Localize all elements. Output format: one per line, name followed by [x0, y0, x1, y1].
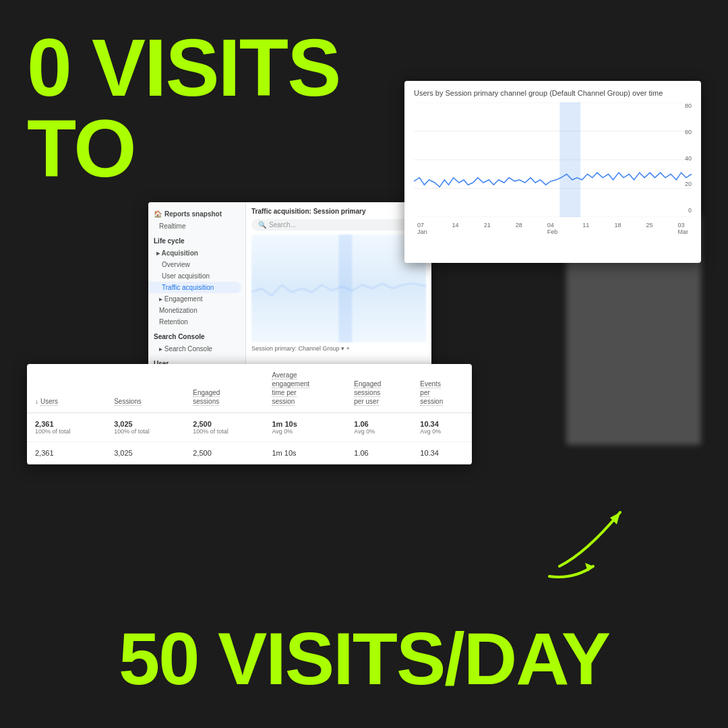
- channel-group-label: Session primary: Channel Group ▾ +: [251, 345, 426, 352]
- ga-main-content: Traffic acquisition: Session primary 🔍 S…: [246, 202, 431, 377]
- arrow-svg: [546, 499, 640, 580]
- line-chart-svg: [414, 102, 692, 217]
- svg-rect-5: [559, 102, 580, 217]
- ga-sidebar-traffic-acquisition[interactable]: Traffic acquisition: [148, 282, 241, 293]
- row1-users: 2,361: [27, 442, 106, 464]
- stats-data-row: 2,361 3,025 2,500 1m 10s 1.06 10.34: [27, 442, 472, 464]
- ga-search-bar[interactable]: 🔍 Search...: [251, 219, 426, 231]
- svg-rect-6: [339, 235, 353, 342]
- ga-main-title: Traffic acquisition: Session primary: [251, 208, 426, 215]
- headline-line1: 0 VISITS: [27, 27, 340, 108]
- col-engaged-header: Engagedsessions: [185, 364, 264, 413]
- headline-top: 0 VISITS TO: [27, 27, 340, 189]
- ga-sidebar-acquisition[interactable]: ▸ Acquisition: [148, 247, 245, 259]
- ga-sidebar-engagement[interactable]: ▸ Engagement: [148, 293, 245, 305]
- ga-panel: 🏠 Reports snapshot Realtime Life cycle ▸…: [148, 202, 431, 377]
- ga-sidebar-user-acquisition[interactable]: User acquisition: [148, 270, 245, 282]
- chart-area: 80 60 40 20 0: [414, 102, 692, 237]
- total-engaged: 2,500 100% of total: [185, 413, 264, 442]
- page-container: 0 VISITS TO Users by Session primary cha…: [0, 0, 728, 728]
- total-users: 2,361 100% of total: [27, 413, 106, 442]
- arrow-annotation: [546, 499, 640, 580]
- total-engaged-per-user: 1.06 Avg 0%: [346, 413, 412, 442]
- col-events-per-session-header: Eventspersession: [412, 364, 472, 413]
- row1-engaged: 2,500: [185, 442, 264, 464]
- col-avg-engagement-header: Averageengagementtime persession: [264, 364, 346, 413]
- ga-sidebar-retention[interactable]: Retention: [148, 316, 245, 328]
- chart-title: Users by Session primary channel group (…: [414, 89, 692, 97]
- headline-bottom: 50 VISITS/DAY: [0, 615, 728, 701]
- x-axis-labels: 07Jan 14 21 28 04Feb 11 18 25 03Mar: [414, 222, 692, 235]
- col-sessions-header: Sessions: [106, 364, 185, 413]
- ga-traffic-chart: [251, 235, 426, 342]
- headline-line2: TO: [27, 108, 340, 189]
- total-avg-time: 1m 10s Avg 0%: [264, 413, 346, 442]
- col-engaged-per-user-header: Engagedsessionsper user: [346, 364, 412, 413]
- row1-events-per: 10.34: [412, 442, 472, 464]
- stats-totals-row: 2,361 100% of total 3,025 100% of total …: [27, 413, 472, 442]
- ga-sidebar-header: 🏠 Reports snapshot: [148, 208, 245, 220]
- stats-panel: ↓Users Sessions Engagedsessions Averagee…: [27, 364, 472, 464]
- y-axis-labels: 80 60 40 20 0: [685, 102, 692, 214]
- ga-sidebar-overview[interactable]: Overview: [148, 259, 245, 270]
- total-events-per: 10.34 Avg 0%: [412, 413, 472, 442]
- total-sessions: 3,025 100% of total: [106, 413, 185, 442]
- ga-sidebar: 🏠 Reports snapshot Realtime Life cycle ▸…: [148, 202, 246, 377]
- row1-sessions: 3,025: [106, 442, 185, 464]
- ga-sidebar-lifecycle: Life cycle: [148, 235, 245, 247]
- stats-table: ↓Users Sessions Engagedsessions Averagee…: [27, 364, 472, 464]
- search-icon: 🔍: [258, 221, 266, 229]
- col-users-header: ↓Users: [27, 364, 106, 413]
- row1-avg-time: 1m 10s: [264, 442, 346, 464]
- ga-sidebar-search-console[interactable]: ▸ Search Console: [148, 343, 245, 355]
- row1-engaged-per-user: 1.06: [346, 442, 412, 464]
- ga-sidebar-search-console-header: Search Console: [148, 330, 245, 343]
- ga-sidebar-realtime[interactable]: Realtime: [148, 220, 245, 232]
- search-placeholder: Search...: [269, 221, 296, 229]
- chart-panel: Users by Session primary channel group (…: [404, 81, 701, 263]
- ga-sidebar-monetization[interactable]: Monetization: [148, 305, 245, 316]
